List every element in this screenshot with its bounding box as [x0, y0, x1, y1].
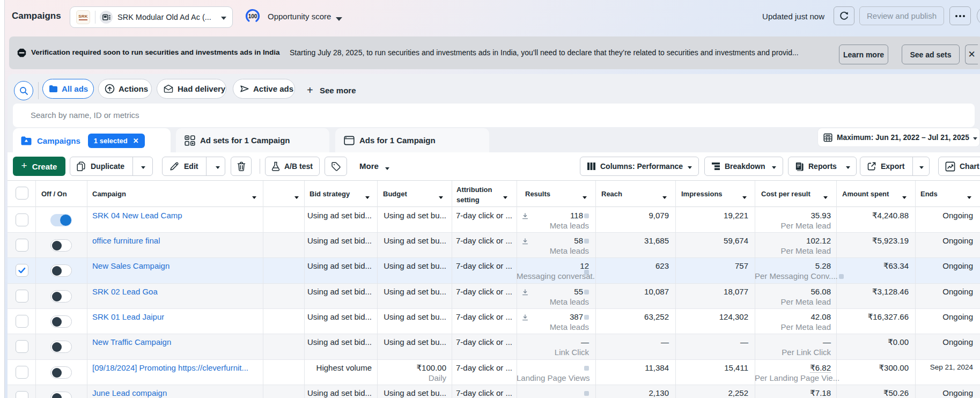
- svg-text:100: 100: [248, 13, 257, 19]
